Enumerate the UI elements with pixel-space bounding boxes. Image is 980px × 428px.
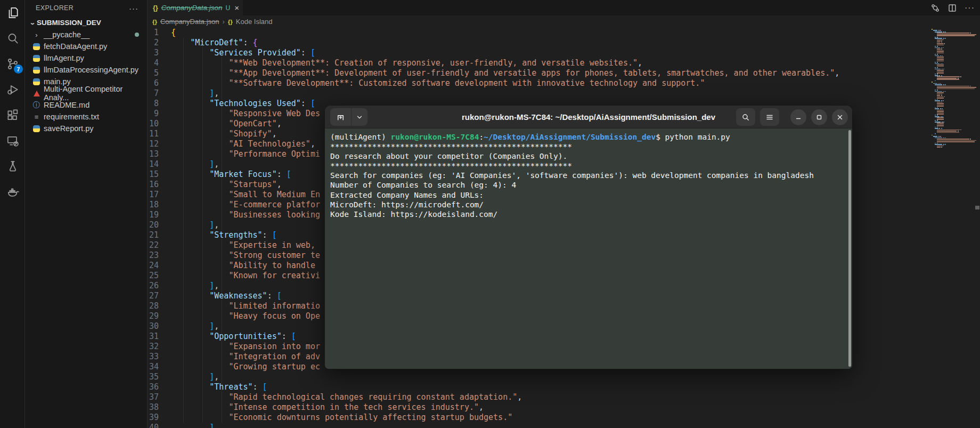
line-number: 16 (148, 180, 171, 190)
testing-icon[interactable] (0, 154, 25, 179)
minimap-line (932, 74, 976, 75)
minimap-line (932, 135, 976, 136)
terminal-line: ****************************************… (330, 142, 847, 151)
minimap-line (932, 30, 976, 31)
breadcrumb-symbol[interactable]: Kode Island (236, 18, 273, 26)
line-number: 22 (148, 240, 171, 251)
minimap-line (932, 34, 976, 35)
terminal-menu-icon[interactable] (760, 108, 779, 126)
line-number: 14 (148, 159, 171, 169)
vscode-window: 7 EXPLORER ··· ⌄ SUBMISSION_DEV ›__pycac… (0, 0, 980, 428)
minimap-line (932, 43, 976, 44)
minimap-line (932, 39, 976, 41)
line-number: 35 (148, 372, 171, 382)
file-row-llmagent-py[interactable]: llmAgent.py (25, 52, 147, 64)
minimap-line (932, 99, 976, 100)
line-number: 25 (148, 271, 171, 281)
tab-companydata-json[interactable]: {} CompanyData.json U × (148, 0, 243, 15)
terminal-title: rukon@rukon-MS-7C84: ~/Desktop/AiAssignm… (462, 112, 715, 122)
file-row-requirements-txt[interactable]: ≡requirements.txt (25, 111, 147, 123)
file-row-savereport-py[interactable]: saveReport.py (25, 123, 147, 134)
line-number: 34 (148, 362, 171, 372)
minimap-line (932, 125, 976, 126)
minimap-line (932, 110, 976, 111)
code-line[interactable]: 37 "Rapid technological changes requirin… (148, 392, 980, 402)
minimap-line (932, 64, 976, 66)
source-control-icon[interactable]: 7 (0, 51, 25, 77)
explorer-title: EXPLORER (36, 4, 74, 12)
code-line[interactable]: 1{ (148, 28, 980, 38)
minimap-line (932, 79, 976, 80)
code-line[interactable]: 7 ], (148, 88, 980, 99)
code-line[interactable]: 39 "Economic downturns potentially affec… (148, 413, 980, 423)
line-number: 29 (148, 311, 171, 321)
code-line[interactable]: 36 "Threats": [ (148, 382, 980, 392)
code-line[interactable]: 6 "**Software Development**: Customized … (148, 78, 980, 88)
minimap-line (932, 78, 976, 79)
minimap-line (932, 69, 976, 70)
code-line[interactable]: 5 "**App Development**: Development of u… (148, 68, 980, 78)
remote-explorer-icon[interactable] (0, 128, 25, 154)
new-tab-icon[interactable] (330, 108, 352, 126)
more-actions-icon[interactable]: ··· (965, 3, 975, 13)
minimize-icon[interactable] (790, 109, 806, 125)
terminal-search-icon[interactable] (736, 108, 755, 126)
minimap-line (932, 61, 976, 62)
file-row-multi-agent-competitor-analy-[interactable]: Multi-Agent Competitor Analy... (25, 87, 147, 99)
file-row--pycache-[interactable]: ›__pycache__ (25, 29, 147, 41)
workspace-root-folder[interactable]: ⌄ SUBMISSION_DEV (25, 16, 147, 29)
file-row-llmdataprocessingagent-py[interactable]: llmDataProcessingAgent.py (25, 64, 147, 76)
minimap-line (932, 96, 976, 98)
close-window-icon[interactable] (832, 109, 848, 125)
run-debug-icon[interactable] (0, 77, 25, 102)
split-editor-icon[interactable] (948, 3, 957, 13)
minimap-line (932, 95, 976, 96)
file-row-fetchdataagent-py[interactable]: fetchDataAgent.py (25, 41, 147, 52)
git-status-badge: U (226, 4, 231, 12)
minimap[interactable] (932, 29, 976, 148)
file-label: requirements.txt (44, 112, 99, 121)
search-icon[interactable] (0, 26, 25, 51)
minimap-line (932, 38, 976, 39)
explorer-more-actions[interactable]: ··· (129, 4, 138, 13)
terminal-line: Number of Companies to search (eg: 4): 4 (330, 180, 847, 190)
minimap-line (932, 84, 976, 85)
code-line[interactable]: 40 ] (148, 423, 980, 428)
minimap-line (932, 29, 976, 30)
terminal-line: Kode Island: https://kodeisland.com/ (330, 209, 847, 219)
source-control-graph-icon[interactable] (930, 3, 940, 13)
extensions-icon[interactable] (0, 102, 25, 128)
terminal-line: Extracted Company Names and URLs: (330, 190, 847, 200)
line-content: "**App Development**: Development of use… (171, 68, 839, 78)
breadcrumb[interactable]: {} CompanyData.json › {} Kode Island (148, 15, 980, 28)
minimap-line (932, 56, 976, 58)
line-content: "Shopify", (171, 129, 277, 139)
minimap-line (932, 94, 976, 95)
tab-dropdown-chevron-icon[interactable] (352, 108, 368, 126)
code-line[interactable]: 2 "MicroDeft": { (148, 38, 980, 48)
code-line[interactable]: 4 "**Web Development**: Creation of resp… (148, 58, 980, 68)
line-number: 10 (148, 119, 171, 129)
terminal-scrollbar[interactable] (848, 130, 851, 367)
terminal-body[interactable]: (multiAgent) rukon@rukon-MS-7C84:~/Deskt… (325, 128, 852, 369)
minimap-line (932, 46, 976, 47)
line-number: 11 (148, 129, 171, 139)
line-number: 9 (148, 109, 171, 119)
explorer-icon[interactable] (0, 0, 25, 26)
code-line[interactable]: 35 ], (148, 372, 980, 382)
terminal-titlebar[interactable]: rukon@rukon-MS-7C84: ~/Desktop/AiAssignm… (325, 106, 852, 128)
json-symbol-icon: {} (152, 19, 157, 25)
code-line[interactable]: 3 "Services Provided": [ (148, 48, 980, 58)
file-label: README.md (44, 101, 89, 109)
close-icon[interactable]: × (234, 3, 239, 12)
terminal-line: ****************************************… (330, 161, 847, 171)
terminal-line: Do research about your competitor (Compa… (330, 151, 847, 161)
minimap-line (932, 66, 976, 67)
line-number: 18 (148, 200, 171, 210)
docker-icon[interactable] (0, 179, 25, 205)
breadcrumb-file[interactable]: CompanyData.json (160, 18, 219, 26)
maximize-icon[interactable] (811, 109, 827, 125)
minimap-line (932, 80, 976, 82)
minimap-line (932, 120, 976, 121)
code-line[interactable]: 38 "Intense competition in the tech serv… (148, 402, 980, 413)
